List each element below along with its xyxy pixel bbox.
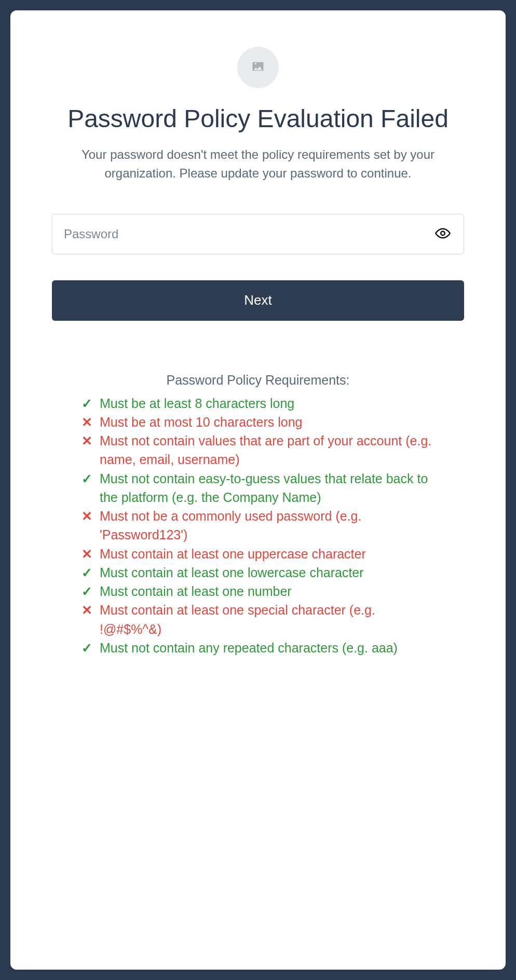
toggle-password-visibility-button[interactable] bbox=[432, 222, 454, 246]
requirement-item: ✕Must be at most 10 characters long bbox=[82, 413, 434, 431]
requirement-text: Must contain at least one number bbox=[100, 582, 434, 601]
requirement-item: ✕Must contain at least one special chara… bbox=[82, 601, 434, 638]
eye-icon bbox=[435, 225, 451, 242]
cross-icon: ✕ bbox=[82, 601, 92, 619]
check-icon: ✓ bbox=[82, 469, 92, 488]
page-title: Password Policy Evaluation Failed bbox=[52, 104, 464, 134]
requirements-list: ✓Must be at least 8 characters long✕Must… bbox=[82, 394, 434, 658]
requirements-title: Password Policy Requirements: bbox=[82, 373, 434, 388]
requirement-text: Must not be a commonly used password (e.… bbox=[100, 507, 434, 545]
requirement-text: Must contain at least one lowercase char… bbox=[100, 563, 434, 582]
check-icon: ✓ bbox=[82, 638, 92, 657]
cross-icon: ✕ bbox=[82, 431, 92, 450]
requirement-item: ✕Must not be a commonly used password (e… bbox=[82, 507, 434, 545]
svg-point-0 bbox=[441, 231, 445, 235]
password-requirements: Password Policy Requirements: ✓Must be a… bbox=[82, 373, 434, 658]
check-icon: ✓ bbox=[82, 582, 92, 601]
password-field-wrap bbox=[52, 214, 464, 254]
requirement-text: Must not contain values that are part of… bbox=[100, 431, 434, 469]
cross-icon: ✕ bbox=[82, 507, 92, 525]
requirement-item: ✓Must not contain any repeated character… bbox=[82, 638, 434, 657]
cross-icon: ✕ bbox=[82, 545, 92, 563]
page-subtitle: Your password doesn't meet the policy re… bbox=[66, 145, 450, 183]
requirement-text: Must not contain easy-to-guess values th… bbox=[100, 469, 434, 507]
requirement-item: ✓Must be at least 8 characters long bbox=[82, 394, 434, 413]
requirement-text: Must be at least 8 characters long bbox=[100, 394, 434, 413]
check-icon: ✓ bbox=[82, 563, 92, 582]
requirement-text: Must not contain any repeated characters… bbox=[100, 638, 434, 657]
requirement-text: Must contain at least one uppercase char… bbox=[100, 545, 434, 563]
requirement-text: Must contain at least one special charac… bbox=[100, 601, 434, 638]
password-policy-card: Password Policy Evaluation Failed Your p… bbox=[10, 10, 506, 970]
requirement-item: ✓Must contain at least one lowercase cha… bbox=[82, 563, 434, 582]
requirement-item: ✓Must not contain easy-to-guess values t… bbox=[82, 469, 434, 507]
image-placeholder-icon bbox=[251, 59, 265, 76]
check-icon: ✓ bbox=[82, 394, 92, 413]
password-input[interactable] bbox=[52, 214, 464, 254]
cross-icon: ✕ bbox=[82, 413, 92, 431]
requirement-item: ✕Must not contain values that are part o… bbox=[82, 431, 434, 469]
next-button[interactable]: Next bbox=[52, 280, 464, 321]
requirement-text: Must be at most 10 characters long bbox=[100, 413, 434, 431]
org-avatar-placeholder bbox=[237, 47, 279, 88]
requirement-item: ✓Must contain at least one number bbox=[82, 582, 434, 601]
requirement-item: ✕Must contain at least one uppercase cha… bbox=[82, 545, 434, 563]
